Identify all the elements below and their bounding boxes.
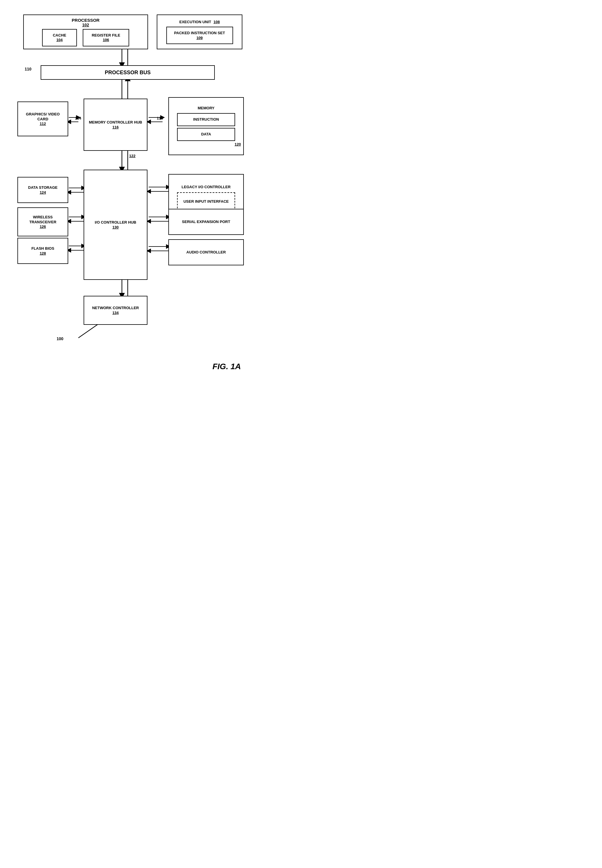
network-controller-num: 134 bbox=[112, 311, 119, 315]
cache-num: 104 bbox=[56, 38, 63, 42]
wireless-box: WIRELESS TRANSCEIVER 126 bbox=[17, 207, 68, 236]
bus-118-label: 118 bbox=[157, 116, 163, 120]
io-hub-box: I/O CONTROLLER HUB 130 bbox=[84, 170, 147, 280]
packed-label: PACKED INSTRUCTION SET bbox=[174, 31, 225, 36]
execution-unit-num: 108 bbox=[213, 20, 220, 24]
data-box: DATA bbox=[177, 128, 235, 141]
serial-expansion-box: SERIAL EXPANSION PORT bbox=[168, 209, 244, 235]
packed-num: 109 bbox=[197, 36, 203, 40]
data-storage-num: 124 bbox=[40, 190, 46, 194]
data-storage-label: DATA STORAGE bbox=[28, 185, 57, 190]
ref-110: 110 bbox=[25, 67, 31, 71]
memory-outer-box: MEMORY INSTRUCTION DATA 120 bbox=[168, 97, 244, 155]
wireless-label: WIRELESS TRANSCEIVER bbox=[20, 215, 65, 225]
audio-controller-label: AUDIO CONTROLLER bbox=[186, 250, 226, 255]
data-storage-box: DATA STORAGE 124 bbox=[17, 177, 68, 203]
io-hub-label: I/O CONTROLLER HUB bbox=[95, 220, 137, 225]
user-input-box: USER INPUT INTERFACE bbox=[177, 192, 235, 211]
bus-122-label: 122 bbox=[129, 154, 135, 158]
bus-114-label: 114 bbox=[75, 116, 81, 120]
user-input-label: USER INPUT INTERFACE bbox=[183, 199, 229, 204]
processor-box: PROCESSOR 102 CACHE 104 REGISTER FILE 10… bbox=[23, 14, 148, 49]
execution-unit-box: EXECUTION UNIT 108 PACKED INSTRUCTION SE… bbox=[157, 14, 243, 49]
ref-100: 100 bbox=[57, 337, 63, 341]
graphics-label: GRAPHICS/ VIDEO CARD bbox=[20, 112, 65, 122]
cache-box: CACHE 104 bbox=[42, 29, 77, 46]
wireless-num: 126 bbox=[40, 225, 46, 229]
fig-label: FIG. 1A bbox=[212, 362, 241, 371]
flash-bios-box: FLASH BIOS 128 bbox=[17, 238, 68, 264]
legacy-io-label: LEGACY I/O CONTROLLER bbox=[182, 185, 231, 190]
network-controller-box: NETWORK CONTROLLER 134 bbox=[84, 296, 147, 325]
memory-num: 120 bbox=[235, 142, 241, 147]
data-label: DATA bbox=[201, 132, 211, 137]
instruction-label: INSTRUCTION bbox=[194, 117, 219, 122]
mch-box: MEMORY CONTROLLER HUB 116 bbox=[84, 99, 147, 151]
io-hub-num: 130 bbox=[112, 225, 119, 230]
processor-bus-label: PROCESSOR BUS bbox=[105, 70, 150, 76]
memory-label: MEMORY bbox=[198, 106, 215, 111]
graphics-box: GRAPHICS/ VIDEO CARD 112 bbox=[17, 101, 68, 136]
mch-label: MEMORY CONTROLLER HUB bbox=[89, 120, 142, 125]
regfile-num: 106 bbox=[103, 38, 109, 42]
regfile-label: REGISTER FILE bbox=[92, 33, 120, 38]
cache-label: CACHE bbox=[53, 33, 66, 38]
processor-bus-box: PROCESSOR BUS bbox=[41, 65, 215, 80]
execution-unit-label: EXECUTION UNIT bbox=[180, 20, 211, 24]
regfile-box: REGISTER FILE 106 bbox=[83, 29, 129, 46]
packed-instruction-box: PACKED INSTRUCTION SET 109 bbox=[166, 27, 233, 44]
processor-label: PROCESSOR bbox=[72, 18, 100, 23]
network-controller-label: NETWORK CONTROLLER bbox=[92, 306, 139, 311]
flash-bios-num: 128 bbox=[40, 251, 46, 256]
mch-num: 116 bbox=[112, 125, 119, 129]
serial-expansion-label: SERIAL EXPANSION PORT bbox=[182, 219, 230, 225]
graphics-num: 112 bbox=[40, 121, 46, 126]
flash-bios-label: FLASH BIOS bbox=[31, 246, 54, 251]
processor-num: 102 bbox=[82, 23, 89, 27]
audio-controller-box: AUDIO CONTROLLER bbox=[168, 239, 244, 265]
instruction-box: INSTRUCTION bbox=[177, 113, 235, 126]
